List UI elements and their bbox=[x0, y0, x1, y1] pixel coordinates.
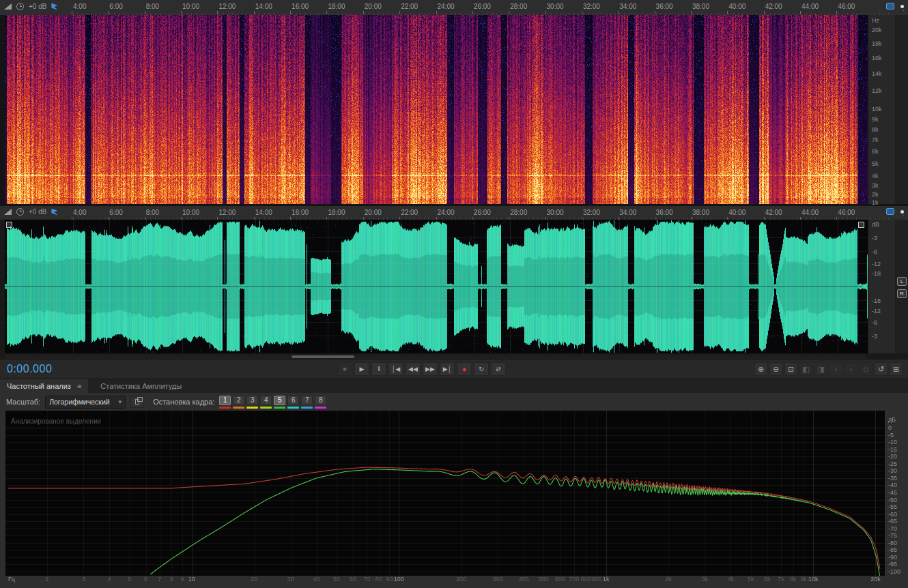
timeline-tick: 12:00 bbox=[218, 209, 236, 216]
analysis-controls: Масштаб: Логарифмический ▾ Остановка кад… bbox=[0, 393, 908, 411]
frequency-scale[interactable]: Hz 20k18k16k14k12k10k9k8k7k6k5k4k3k2k1k bbox=[868, 15, 895, 204]
frequency-tick-label: 8k bbox=[872, 126, 879, 133]
hold-frame-button-7[interactable]: 7 bbox=[301, 396, 313, 405]
chevron-down-icon: ▾ bbox=[119, 398, 122, 405]
timeline-tick: 28:00 bbox=[510, 3, 527, 10]
spectrogram-timeline-ruler[interactable]: +0 dB 4:006:008:0010:0012:0014:0016:0018… bbox=[0, 0, 908, 16]
stop-button[interactable]: ■ bbox=[337, 362, 352, 376]
copy-snapshot-button[interactable] bbox=[130, 396, 144, 408]
shuttle-button[interactable]: ⇄ bbox=[491, 362, 506, 376]
monitor-icon[interactable] bbox=[886, 208, 894, 215]
clock-icon[interactable] bbox=[16, 3, 24, 10]
skip-to-end-button[interactable]: ▶│ bbox=[440, 362, 455, 376]
pause-button[interactable]: ‖ bbox=[371, 362, 386, 376]
panel-corner-icon[interactable] bbox=[858, 222, 864, 228]
timeline-tick: 36:00 bbox=[656, 209, 673, 216]
zoom-right-button[interactable]: › bbox=[845, 362, 857, 376]
channel-button-l[interactable]: L bbox=[897, 277, 907, 286]
loop-playback-button[interactable]: ↻ bbox=[474, 362, 489, 376]
timeline-tick: 4:00 bbox=[73, 3, 86, 10]
skip-to-start-button[interactable]: │◀ bbox=[388, 362, 403, 376]
hold-frame-button-5[interactable]: 5 bbox=[274, 396, 285, 405]
pin-icon[interactable] bbox=[900, 5, 904, 8]
db-tick-label: -12 bbox=[872, 261, 881, 267]
frequency-tick-label: 14k bbox=[872, 70, 882, 77]
fast-forward-button[interactable]: ▶▶ bbox=[423, 362, 438, 376]
frequency-tick-label: 12k bbox=[872, 87, 882, 94]
timeline-tick: 18:00 bbox=[328, 209, 345, 216]
timeline-tick: 40:00 bbox=[728, 3, 746, 10]
timeline-tick: 40:00 bbox=[728, 209, 746, 216]
hold-frame-3: 3 bbox=[246, 396, 258, 409]
timeline-tick: 26:00 bbox=[474, 3, 491, 10]
rewind-button[interactable]: ◀◀ bbox=[406, 362, 421, 376]
waveform-edge-marker[interactable] bbox=[862, 283, 867, 290]
amplitude-scale[interactable]: dB -3-6-12-18-18-12-6-3 bbox=[868, 220, 895, 353]
tab-label: Частотный анализ bbox=[7, 382, 71, 390]
hold-frame-button-3[interactable]: 3 bbox=[246, 396, 258, 405]
scale-dropdown-value: Логарифмический bbox=[49, 398, 109, 406]
hold-frame-button-4[interactable]: 4 bbox=[260, 396, 272, 405]
hold-frame-button-6[interactable]: 6 bbox=[287, 396, 299, 405]
grid-snap-button[interactable]: ⊞ bbox=[890, 362, 903, 376]
timeline-tick: 34:00 bbox=[619, 3, 636, 10]
scale-dropdown[interactable]: Логарифмический ▾ bbox=[45, 396, 126, 409]
timeline-tick: 16:00 bbox=[292, 209, 309, 216]
channel-button-r[interactable]: R bbox=[897, 289, 907, 298]
hold-frame-8: 8 bbox=[315, 396, 326, 409]
timeline-tick: 8:00 bbox=[146, 3, 159, 10]
selection-tool-icon[interactable] bbox=[51, 209, 57, 216]
hold-frame-color-bar bbox=[274, 407, 285, 409]
timeline-tick: 18:00 bbox=[328, 3, 345, 10]
play-button[interactable]: ▶ bbox=[354, 362, 369, 376]
frequency-tick-label: 9k bbox=[872, 116, 879, 123]
timeline-tick: 16:00 bbox=[292, 3, 309, 10]
zoom-sel-outpoint-button[interactable]: ◨ bbox=[814, 362, 827, 376]
clock-icon[interactable] bbox=[16, 208, 24, 216]
hold-frame-color-bar bbox=[246, 407, 258, 409]
monitor-icon[interactable] bbox=[886, 3, 894, 10]
channel-selector-icon[interactable] bbox=[6, 222, 12, 228]
gain-readout[interactable]: +0 dB bbox=[29, 3, 46, 10]
selection-tool-icon[interactable] bbox=[51, 3, 57, 10]
frequency-tick-label: 2k bbox=[872, 191, 879, 198]
db-tick-label: -12 bbox=[872, 308, 881, 314]
hold-frame-button-2[interactable]: 2 bbox=[233, 396, 244, 405]
waveform-timeline-ruler[interactable]: +0 dB 4:006:008:0010:0012:0014:0016:0018… bbox=[0, 206, 908, 220]
timeline-tick: 44:00 bbox=[801, 209, 819, 216]
transport-bar: 0:00.000 ■▶‖│◀◀◀▶▶▶│●↻⇄ ⊕⊖⊡◧◨‹›◇↺⊞ bbox=[0, 359, 908, 379]
hold-frame-button-8[interactable]: 8 bbox=[315, 396, 326, 405]
pin-icon[interactable] bbox=[900, 210, 904, 214]
spectrogram-display[interactable] bbox=[5, 15, 868, 204]
tab-frequency-analysis[interactable]: Частотный анализ ≡ bbox=[0, 379, 88, 393]
frequency-tick-label: 3k bbox=[872, 182, 879, 189]
waveform-display[interactable] bbox=[5, 220, 868, 353]
zoom-out-button[interactable]: ⊖ bbox=[769, 362, 782, 376]
frequency-graph-canvas[interactable] bbox=[5, 411, 903, 583]
undo-zoom-button[interactable]: ↺ bbox=[875, 362, 888, 376]
timeline-tick: 42:00 bbox=[765, 3, 782, 10]
zoom-left-button[interactable]: ‹ bbox=[829, 362, 842, 376]
scrollbar-thumb[interactable] bbox=[292, 355, 354, 358]
levels-icon[interactable] bbox=[4, 3, 12, 10]
gain-readout[interactable]: +0 dB bbox=[29, 208, 46, 216]
waveform-panel: +0 dB 4:006:008:0010:0012:0014:0016:0018… bbox=[0, 206, 908, 359]
zoom-in-button[interactable]: ⊕ bbox=[754, 362, 767, 376]
timeline-tick: 34:00 bbox=[619, 209, 636, 216]
db-tick-label: -18 bbox=[872, 270, 881, 277]
timeline-tick: 10:00 bbox=[182, 3, 199, 10]
levels-icon[interactable] bbox=[4, 209, 12, 215]
zoom-sel-inpoint-button[interactable]: ◧ bbox=[799, 362, 812, 376]
scale-label: Масштаб: bbox=[6, 398, 40, 406]
frequency-tick-label: 10k bbox=[872, 106, 882, 113]
record-button[interactable]: ● bbox=[457, 362, 472, 376]
hold-frame-button-1[interactable]: 1 bbox=[219, 396, 231, 405]
timeline-tick: 8:00 bbox=[146, 209, 159, 216]
hold-frame-color-bar bbox=[301, 407, 313, 409]
zoom-selection-button[interactable]: ⊡ bbox=[784, 362, 797, 376]
timeline-tick: 30:00 bbox=[547, 209, 564, 216]
tab-amplitude-statistics[interactable]: Статистика Амплитуды bbox=[94, 379, 188, 393]
panel-menu-icon[interactable]: ≡ bbox=[77, 382, 81, 390]
time-display[interactable]: 0:00.000 bbox=[7, 363, 52, 375]
zoom-fit-button[interactable]: ◇ bbox=[860, 362, 872, 376]
